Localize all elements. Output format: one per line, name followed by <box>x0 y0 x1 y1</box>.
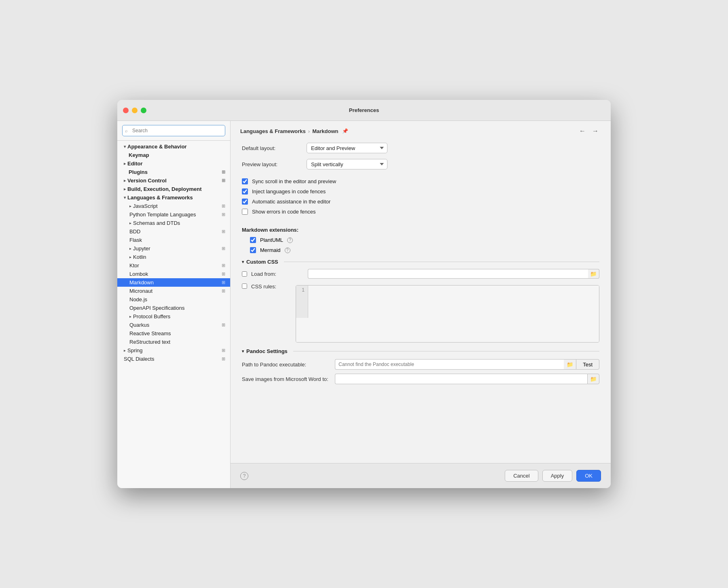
sidebar-item-label: Quarkus <box>129 322 149 328</box>
save-images-row: Save images from Microsoft Word to: 📁 <box>242 374 599 384</box>
sidebar-item-label: Version Control <box>127 178 167 184</box>
sidebar-item-markdown[interactable]: Markdown ⊞ <box>117 278 230 287</box>
css-rules-label: CSS rules: <box>251 283 296 290</box>
sidebar-item-label: ReStructured text <box>129 339 170 345</box>
sidebar-item-keymap[interactable]: Keymap <box>117 151 230 159</box>
sidebar-item-plugins[interactable]: Plugins ⊞ <box>117 168 230 176</box>
ok-button[interactable]: OK <box>576 470 601 482</box>
apply-button[interactable]: Apply <box>542 470 573 482</box>
pandoc-path-row: Path to Pandoc executable: 📁 Test <box>242 359 599 370</box>
pin-icon[interactable]: 📌 <box>342 128 348 134</box>
sidebar-item-label: Keymap <box>129 152 149 158</box>
save-images-folder-button[interactable]: 📁 <box>587 374 599 384</box>
cancel-button[interactable]: Cancel <box>505 470 538 482</box>
editor-line: 1 <box>296 286 599 318</box>
sidebar-item-bdd[interactable]: BDD ⊞ <box>117 227 230 236</box>
sidebar-item-label: Editor <box>127 161 143 167</box>
sidebar-item-label: Build, Execution, Deployment <box>127 186 201 192</box>
sidebar-item-protocol-buffers[interactable]: ▸ Protocol Buffers <box>117 312 230 321</box>
plantuml-label: PlantUML <box>260 237 283 243</box>
nav-arrows: ← → <box>577 127 601 135</box>
load-from-checkbox[interactable] <box>242 271 247 277</box>
sidebar-item-label: Markdown <box>129 279 154 286</box>
mermaid-checkbox[interactable] <box>250 247 256 253</box>
sidebar-item-reactive-streams[interactable]: Reactive Streams <box>117 329 230 338</box>
main-header: Languages & Frameworks › Markdown 📌 ← → <box>231 121 611 135</box>
sidebar-item-languages[interactable]: ▾ Languages & Frameworks <box>117 193 230 202</box>
save-images-input[interactable] <box>335 374 587 384</box>
sidebar-item-kotlin[interactable]: ▸ Kotlin <box>117 253 230 261</box>
breadcrumb-separator: › <box>308 128 310 134</box>
chevron-down-icon: ▾ <box>124 195 126 200</box>
sync-scroll-label: Sync scroll in the editor and preview <box>252 178 336 184</box>
plantuml-help-icon[interactable]: ? <box>287 237 293 243</box>
sidebar-item-appearance[interactable]: ▾ Appearance & Behavior <box>117 142 230 151</box>
pandoc-folder-button[interactable]: 📁 <box>564 359 576 370</box>
sidebar-item-jupyter[interactable]: ▸ Jupyter ⊞ <box>117 244 230 253</box>
sidebar-item-sql-dialects[interactable]: SQL Dialects ⊞ <box>117 355 230 363</box>
chevron-right-icon: ▸ <box>124 161 126 166</box>
quarkus-badge: ⊞ <box>222 322 225 328</box>
sidebar-item-lombok[interactable]: Lombok ⊞ <box>117 270 230 278</box>
mermaid-row: Mermaid ? <box>250 247 599 253</box>
load-from-input[interactable] <box>308 269 588 279</box>
sync-scroll-checkbox[interactable] <box>242 178 248 184</box>
titlebar: Preferences <box>117 100 611 121</box>
inject-languages-checkbox[interactable] <box>242 188 248 195</box>
show-errors-checkbox[interactable] <box>242 209 248 215</box>
sidebar-item-restructured-text[interactable]: ReStructured text <box>117 338 230 346</box>
sidebar-item-schemas[interactable]: ▸ Schemas and DTDs <box>117 219 230 227</box>
sidebar-item-editor[interactable]: ▸ Editor <box>117 159 230 168</box>
custom-css-content: Load from: 📁 CSS rules: <box>242 269 599 343</box>
load-from-folder-button[interactable]: 📁 <box>588 269 599 279</box>
sidebar-item-build[interactable]: ▸ Build, Execution, Deployment <box>117 185 230 193</box>
folder-icon: 📁 <box>590 376 597 382</box>
chevron-right-icon: ▸ <box>124 348 126 353</box>
folder-icon: 📁 <box>590 271 597 277</box>
pandoc-path-input[interactable] <box>335 359 564 370</box>
forward-button[interactable]: → <box>590 127 601 135</box>
sidebar-item-label: Appearance & Behavior <box>127 144 187 150</box>
sidebar-item-version-control[interactable]: ▸ Version Control ⊞ <box>117 176 230 185</box>
sidebar-item-python-template[interactable]: Python Template Languages ⊞ <box>117 210 230 219</box>
line-number: 1 <box>296 286 308 318</box>
pandoc-header[interactable]: ▾ Pandoc Settings <box>242 348 599 354</box>
sidebar-item-label: Ktor <box>129 262 139 269</box>
sidebar-item-quarkus[interactable]: Quarkus ⊞ <box>117 321 230 329</box>
maximize-button[interactable] <box>141 108 146 113</box>
css-editor-content[interactable] <box>308 286 599 318</box>
pandoc-content: Path to Pandoc executable: 📁 Test Save i… <box>242 359 599 384</box>
save-images-label: Save images from Microsoft Word to: <box>242 376 335 382</box>
default-layout-select[interactable]: Editor and Preview Editor only Preview o… <box>307 143 387 153</box>
sidebar-item-javascript[interactable]: ▸ JavaScript ⊞ <box>117 202 230 210</box>
search-input[interactable] <box>122 125 225 136</box>
test-button[interactable]: Test <box>576 359 599 370</box>
plantuml-checkbox[interactable] <box>250 237 256 243</box>
mermaid-help-icon[interactable]: ? <box>285 247 290 253</box>
sidebar-item-micronaut[interactable]: Micronaut ⊞ <box>117 287 230 295</box>
sidebar-item-label: Flask <box>129 237 142 243</box>
preview-layout-select[interactable]: Split vertically Split horizontally <box>307 159 387 169</box>
sidebar-item-spring[interactable]: ▸ Spring ⊞ <box>117 346 230 355</box>
minimize-button[interactable] <box>132 108 138 113</box>
editor-empty-area[interactable] <box>296 318 599 342</box>
sidebar-item-nodejs[interactable]: Node.js <box>117 295 230 304</box>
auto-assist-row: Automatic assistance in the editor <box>242 199 599 205</box>
sidebar-item-openapi[interactable]: OpenAPI Specifications <box>117 304 230 312</box>
close-button[interactable] <box>123 108 129 113</box>
mermaid-label: Mermaid <box>260 247 281 253</box>
sidebar-item-ktor[interactable]: Ktor ⊞ <box>117 261 230 270</box>
breadcrumb: Languages & Frameworks › Markdown 📌 <box>240 128 348 134</box>
chevron-right-icon: ▸ <box>129 221 131 225</box>
help-button[interactable]: ? <box>240 472 248 480</box>
chevron-right-icon: ▸ <box>129 246 131 251</box>
vc-badge: ⊞ <box>222 178 225 183</box>
preview-layout-row: Preview layout: Split vertically Split h… <box>242 159 599 169</box>
back-button[interactable]: ← <box>577 127 588 135</box>
auto-assist-checkbox[interactable] <box>242 199 248 205</box>
load-from-row: Load from: 📁 <box>242 269 599 279</box>
custom-css-header[interactable]: ▾ Custom CSS <box>242 259 599 265</box>
sidebar-item-label: Languages & Frameworks <box>127 195 193 201</box>
css-rules-checkbox[interactable] <box>242 283 247 289</box>
sidebar-item-flask[interactable]: Flask <box>117 236 230 244</box>
